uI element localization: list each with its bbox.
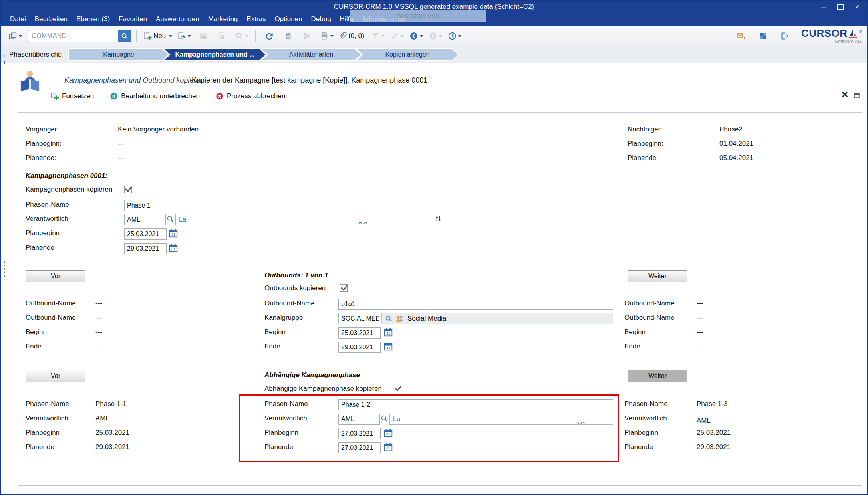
outbound-back-button[interactable]: Vor	[26, 270, 85, 282]
filter-icon	[371, 32, 380, 40]
phase-name-input[interactable]	[124, 200, 433, 211]
menu-item-datei[interactable]: Datei	[6, 13, 30, 26]
find-edit-button[interactable]	[233, 28, 250, 44]
dependent-owner-link[interactable]: La	[393, 416, 400, 423]
dependent-next-button[interactable]: Weiter	[628, 370, 687, 382]
dependent-end-calendar-button[interactable]: 31	[384, 443, 393, 451]
panel-close-button[interactable]: ×	[842, 89, 848, 100]
menu-item-extras[interactable]: Extras	[242, 13, 270, 26]
outbound-begin-input[interactable]	[338, 327, 381, 339]
dependent-heading: Abhängige Kampagnenphase	[264, 371, 360, 379]
send-button[interactable]	[175, 28, 193, 44]
abort-button[interactable]: Prozess abbrechen	[216, 92, 285, 100]
copy-dependent-checkbox[interactable]	[394, 385, 401, 392]
trash-button[interactable]	[280, 28, 297, 44]
plan-begin-input[interactable]	[124, 228, 167, 240]
outbound-name-label: Outbound-Name	[264, 299, 315, 307]
owner-link[interactable]: La	[179, 216, 186, 223]
plan-begin-calendar-button[interactable]: 31	[169, 229, 178, 238]
outbound-end-calendar-button[interactable]: 31	[384, 342, 393, 351]
new-button[interactable]: Neu	[141, 28, 174, 44]
chevron-down-icon	[439, 35, 442, 39]
search-icon	[121, 32, 128, 40]
step-kampagne[interactable]: Kampagne	[69, 49, 168, 60]
menu-item-ebenen-3-[interactable]: Ebenen (3)	[72, 13, 114, 26]
outbound-next-button[interactable]: Weiter	[628, 270, 687, 282]
predecessor-value: Kein Vorgänger vorhanden	[118, 125, 199, 133]
logout-icon	[780, 32, 789, 40]
dependent-end-input[interactable]	[338, 442, 381, 453]
pause-button[interactable]: Bearbeitung unterbrechen	[110, 92, 200, 100]
drag-handle[interactable]	[4, 261, 5, 263]
dependent-begin-input[interactable]	[338, 428, 381, 439]
save-icon	[199, 32, 208, 40]
plan-end-value: 05.04.2021	[719, 154, 753, 162]
people-icon	[395, 315, 404, 323]
print-button[interactable]	[318, 28, 336, 44]
step-kampagnenphasen[interactable]: Kampagnenphasen und ...	[164, 49, 266, 60]
owner-lookup-button[interactable]	[167, 215, 174, 222]
mail-import-button[interactable]	[733, 28, 750, 44]
dependent-owner-lookup-button[interactable]	[381, 415, 388, 422]
collapse-handle[interactable]: ‹‹	[2, 52, 7, 65]
delete-button[interactable]	[214, 28, 231, 44]
menu-item-debug[interactable]: Debug	[307, 13, 336, 26]
command-search-button[interactable]	[118, 30, 131, 42]
sort-updown-icon	[434, 215, 442, 223]
toolbar: Neu (0,	[1, 26, 867, 46]
panel-pin-button[interactable]	[854, 92, 860, 100]
copy-outbounds-label: Outbounds kopieren	[264, 284, 326, 292]
menu-item-favoriten[interactable]: Favoriten	[114, 13, 151, 26]
outbound-name-label: Outbound-Name	[624, 314, 675, 322]
menu-item-auswertungen[interactable]: Auswertungen	[151, 13, 204, 26]
step-aktivitaetenarten[interactable]: Aktivitätenarten	[262, 49, 361, 60]
forward-button[interactable]	[427, 28, 444, 44]
cut-icon	[303, 32, 312, 40]
back-button[interactable]	[407, 28, 425, 44]
refresh-button[interactable]	[260, 28, 278, 44]
sort-toggle-button[interactable]	[434, 215, 442, 223]
menu-item-optionen[interactable]: Optionen	[270, 13, 306, 26]
svg-text:31: 31	[386, 446, 390, 450]
refresh-icon	[265, 32, 274, 40]
continue-button[interactable]: Fortsetzen	[51, 92, 94, 100]
dependent-owner-input[interactable]	[338, 414, 380, 425]
logout-button[interactable]	[776, 28, 793, 44]
outbound-begin-calendar-button[interactable]: 31	[384, 328, 393, 337]
close-button[interactable]: ×	[850, 2, 865, 12]
dependent-phase-name-input[interactable]	[338, 399, 613, 410]
filter-button[interactable]	[369, 28, 387, 44]
logo-registered-mark: ®	[859, 30, 862, 34]
copy-phases-checkbox[interactable]	[124, 186, 132, 193]
attachments-button[interactable]: (0, 0)	[337, 28, 367, 44]
menu-item-marketing[interactable]: Marketing	[204, 13, 242, 26]
plan-end-calendar-button[interactable]: 31	[169, 244, 178, 252]
dependent-back-button[interactable]: Vor	[26, 370, 85, 382]
begin-label: Beginn	[624, 328, 646, 336]
maximize-button[interactable]	[833, 2, 848, 12]
save-button[interactable]	[195, 28, 212, 44]
app-grid-button[interactable]	[754, 28, 772, 44]
channel-group-input[interactable]	[339, 313, 382, 324]
outbound-name-value: ---	[697, 299, 703, 307]
command-input[interactable]	[28, 30, 118, 42]
outbound-name-input[interactable]	[338, 299, 613, 310]
minimize-button[interactable]: ─	[816, 2, 831, 12]
dependent-begin-calendar-button[interactable]: 31	[384, 428, 393, 437]
pencil-button[interactable]	[388, 28, 406, 44]
begin-value: ---	[95, 328, 102, 336]
owner-input[interactable]	[124, 214, 166, 225]
delete-icon	[218, 32, 227, 40]
outbound-end-input[interactable]	[338, 342, 381, 353]
history-button[interactable]	[446, 28, 463, 44]
step-kopien-anlegen[interactable]: Kopien anlegen	[357, 49, 458, 60]
window-copy-button[interactable]	[6, 28, 24, 44]
search-icon	[381, 415, 388, 422]
cut-button[interactable]	[299, 28, 316, 44]
menu-item-bearbeiten[interactable]: Bearbeiten	[30, 13, 72, 26]
abort-label: Prozess abbrechen	[227, 92, 285, 100]
copy-outbounds-checkbox[interactable]	[340, 284, 348, 292]
search-icon[interactable]	[385, 315, 392, 322]
plan-begin-value: 25.03.2021	[95, 429, 129, 437]
plan-end-input[interactable]	[124, 243, 167, 254]
